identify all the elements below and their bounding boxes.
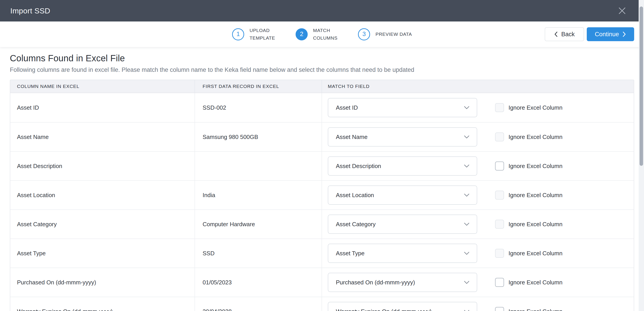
table-body: Asset ID SSD-002 Asset ID Ignore Excel C… — [10, 93, 634, 311]
ignore-excel-column-option: Ignore Excel Column — [495, 220, 562, 229]
ignore-excel-column-checkbox[interactable] — [495, 132, 504, 141]
match-to-field-selected-value: Asset Name — [336, 134, 464, 141]
first-data-record-value: 30/04/2028 — [202, 308, 232, 311]
ignore-excel-column-label: Ignore Excel Column — [508, 221, 562, 228]
ignore-excel-column-option: Ignore Excel Column — [495, 249, 562, 258]
wizard-toolbar: 1 Upload Template 2 Match Columns 3 Prev… — [0, 22, 644, 47]
step-3-indicator: 3 — [358, 28, 370, 40]
ignore-excel-column-label: Ignore Excel Column — [508, 134, 562, 141]
first-data-record-value: India — [202, 192, 215, 199]
match-columns-page: Columns Found in Excel File Following co… — [0, 53, 644, 311]
chevron-down-icon — [464, 222, 470, 226]
match-to-field-selected-value: Asset Type — [336, 250, 464, 257]
ignore-excel-column-option: Ignore Excel Column — [495, 132, 562, 141]
match-to-field-select[interactable]: Asset ID — [328, 98, 477, 117]
header-match-to-field: Match to Field — [322, 80, 634, 93]
step-1-label: Upload Template — [250, 27, 275, 42]
step-2-indicator: 2 — [296, 28, 308, 40]
table-row: Purchased On (dd-mmm-yyyy) 01/05/2023 Pu… — [10, 268, 634, 297]
first-data-record-value: SSD — [202, 250, 214, 257]
wizard-stepper: 1 Upload Template 2 Match Columns 3 Prev… — [232, 27, 412, 42]
back-button-label: Back — [561, 31, 575, 38]
ignore-excel-column-checkbox[interactable] — [495, 220, 504, 229]
first-data-record-value: Computer Hardware — [202, 221, 255, 228]
ignore-excel-column-option: Ignore Excel Column — [495, 162, 562, 170]
match-to-field-select[interactable]: Asset Description — [328, 156, 477, 176]
match-to-field-selected-value: Asset ID — [336, 104, 464, 111]
match-to-field-select[interactable]: Purchased On (dd-mmm-yyyy) — [328, 273, 477, 292]
first-data-record-value: 01/05/2023 — [202, 279, 232, 286]
step-match-columns: 2 Match Columns — [296, 27, 338, 42]
step-3-label: Preview Data — [376, 31, 412, 38]
ignore-excel-column-option: Ignore Excel Column — [495, 191, 562, 200]
table-row: Asset Type SSD Asset Type Ignore Excel C… — [10, 238, 634, 268]
first-data-record-value: Samsung 980 500GB — [202, 134, 258, 141]
match-to-field-selected-value: Warranty Expires On (dd-mmm-yyyy) — [336, 308, 464, 311]
excel-column-name: Purchased On (dd-mmm-yyyy) — [17, 279, 96, 286]
chevron-down-icon — [464, 310, 470, 311]
header-first-data-record: First Data Record in Excel — [195, 80, 322, 93]
ignore-excel-column-checkbox[interactable] — [495, 191, 504, 200]
chevron-down-icon — [464, 164, 470, 168]
page-title: Columns Found in Excel File — [10, 53, 634, 63]
first-data-record-value: SSD-002 — [202, 104, 226, 111]
vertical-scrollbar-thumb[interactable] — [639, 6, 643, 166]
excel-column-name: Asset ID — [17, 104, 39, 111]
table-row: Asset Name Samsung 980 500GB Asset Name … — [10, 122, 634, 151]
modal-title-bar: Import SSD — [0, 0, 644, 22]
ignore-excel-column-label: Ignore Excel Column — [508, 192, 562, 199]
modal-title: Import SSD — [10, 7, 617, 15]
ignore-excel-column-option: Ignore Excel Column — [495, 278, 562, 287]
close-icon — [618, 7, 626, 15]
match-to-field-select[interactable]: Asset Location — [328, 185, 477, 205]
ignore-excel-column-option: Ignore Excel Column — [495, 307, 562, 311]
match-to-field-select[interactable]: Asset Type — [328, 244, 477, 263]
excel-column-name: Asset Type — [17, 250, 46, 257]
ignore-excel-column-label: Ignore Excel Column — [508, 308, 562, 311]
continue-button[interactable]: Continue — [587, 27, 634, 41]
close-button[interactable] — [617, 5, 628, 16]
columns-table: Column Name in Excel First Data Record i… — [10, 80, 634, 311]
table-row: Asset Category Computer Hardware Asset C… — [10, 209, 634, 238]
continue-button-label: Continue — [595, 31, 619, 38]
header-column-name-in-excel: Column Name in Excel — [10, 80, 195, 93]
excel-column-name: Asset Description — [17, 163, 62, 170]
chevron-down-icon — [464, 251, 470, 255]
match-to-field-select[interactable]: Asset Name — [328, 127, 477, 147]
ignore-excel-column-checkbox[interactable] — [495, 278, 504, 287]
ignore-excel-column-checkbox[interactable] — [495, 249, 504, 258]
excel-column-name: Asset Location — [17, 192, 55, 199]
step-2-label: Match Columns — [313, 27, 338, 42]
chevron-down-icon — [464, 280, 470, 284]
vertical-scrollbar-track[interactable] — [639, 0, 644, 311]
excel-column-name: Asset Category — [17, 221, 57, 228]
chevron-down-icon — [464, 106, 470, 109]
ignore-excel-column-checkbox[interactable] — [495, 162, 504, 170]
table-row: Warranty Expires On (dd-mmm-yyyy) 30/04/… — [10, 297, 634, 311]
toolbar-actions: Back Continue — [545, 27, 634, 41]
match-to-field-selected-value: Purchased On (dd-mmm-yyyy) — [336, 279, 464, 286]
ignore-excel-column-label: Ignore Excel Column — [508, 163, 562, 170]
table-row: Asset ID SSD-002 Asset ID Ignore Excel C… — [10, 93, 634, 122]
match-to-field-select[interactable]: Warranty Expires On (dd-mmm-yyyy) — [328, 302, 477, 311]
page-subtitle: Following columns are found in excel fil… — [10, 67, 634, 73]
ignore-excel-column-option: Ignore Excel Column — [495, 103, 562, 112]
back-button[interactable]: Back — [545, 27, 584, 41]
step-1-indicator: 1 — [232, 28, 244, 40]
excel-column-name: Asset Name — [17, 134, 49, 141]
ignore-excel-column-checkbox[interactable] — [495, 103, 504, 112]
match-to-field-selected-value: Asset Category — [336, 221, 464, 228]
table-row: Asset Description Asset Description Igno… — [10, 151, 634, 180]
excel-column-name: Warranty Expires On (dd-mmm-yyyy) — [17, 308, 113, 311]
step-upload-template: 1 Upload Template — [232, 27, 275, 42]
match-to-field-selected-value: Asset Description — [336, 163, 464, 170]
ignore-excel-column-label: Ignore Excel Column — [508, 104, 562, 111]
table-row: Asset Location India Asset Location Igno… — [10, 180, 634, 209]
step-preview-data: 3 Preview Data — [358, 28, 412, 40]
match-to-field-selected-value: Asset Location — [336, 192, 464, 199]
chevron-right-icon — [622, 31, 626, 37]
ignore-excel-column-label: Ignore Excel Column — [508, 250, 562, 257]
ignore-excel-column-checkbox[interactable] — [495, 307, 504, 311]
match-to-field-select[interactable]: Asset Category — [328, 215, 477, 234]
chevron-down-icon — [464, 135, 470, 139]
